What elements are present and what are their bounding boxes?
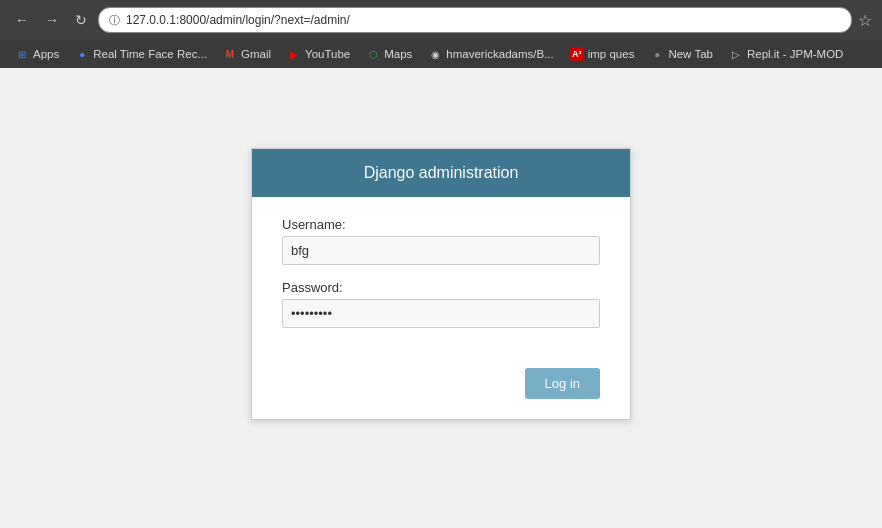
username-label: Username: [282, 217, 600, 232]
bookmark-youtube[interactable]: ▶ YouTube [280, 45, 357, 63]
apps-icon: ⊞ [15, 47, 29, 61]
bookmarks-bar: ⊞ Apps ● Real Time Face Rec... M Gmail ▶… [0, 40, 882, 68]
bookmark-youtube-label: YouTube [305, 48, 350, 60]
gmail-icon: M [223, 47, 237, 61]
a2-icon: A² [570, 47, 584, 61]
bookmark-apps-label: Apps [33, 48, 59, 60]
realtime-icon: ● [75, 47, 89, 61]
newtab-icon: ● [650, 47, 664, 61]
reload-button[interactable]: ↻ [70, 10, 92, 30]
login-box: Django administration Username: Password… [251, 148, 631, 420]
login-footer: Log in [252, 368, 630, 419]
bookmark-maps-label: Maps [384, 48, 412, 60]
replit-icon: ▷ [729, 47, 743, 61]
password-group: Password: [282, 280, 600, 328]
lock-icon: ⓘ [109, 13, 120, 28]
bookmark-impques-label: imp ques [588, 48, 635, 60]
bookmark-gmail[interactable]: M Gmail [216, 45, 278, 63]
address-bar[interactable]: ⓘ 127.0.0.1:8000/admin/login/?next=/admi… [98, 7, 852, 33]
password-label: Password: [282, 280, 600, 295]
login-header: Django administration [252, 149, 630, 197]
maps-icon: ⬡ [366, 47, 380, 61]
bookmark-replit-label: Repl.it - JPM-MOD [747, 48, 843, 60]
login-title: Django administration [364, 164, 519, 181]
bookmark-newtab[interactable]: ● New Tab [643, 45, 720, 63]
back-button[interactable]: ← [10, 10, 34, 30]
bookmark-apps[interactable]: ⊞ Apps [8, 45, 66, 63]
nav-bar: ← → ↻ ⓘ 127.0.0.1:8000/admin/login/?next… [0, 0, 882, 40]
login-body: Username: Password: [252, 197, 630, 368]
github-icon: ◉ [428, 47, 442, 61]
youtube-icon: ▶ [287, 47, 301, 61]
bookmark-maps[interactable]: ⬡ Maps [359, 45, 419, 63]
bookmark-realtime[interactable]: ● Real Time Face Rec... [68, 45, 214, 63]
bookmark-gmail-label: Gmail [241, 48, 271, 60]
login-button[interactable]: Log in [525, 368, 600, 399]
bookmark-newtab-label: New Tab [668, 48, 713, 60]
username-group: Username: [282, 217, 600, 265]
url-text: 127.0.0.1:8000/admin/login/?next=/admin/ [126, 13, 350, 27]
bookmark-replit[interactable]: ▷ Repl.it - JPM-MOD [722, 45, 850, 63]
bookmark-github[interactable]: ◉ hmaverickadams/B... [421, 45, 560, 63]
password-input[interactable] [282, 299, 600, 328]
browser-chrome: ← → ↻ ⓘ 127.0.0.1:8000/admin/login/?next… [0, 0, 882, 68]
forward-button[interactable]: → [40, 10, 64, 30]
bookmark-realtime-label: Real Time Face Rec... [93, 48, 207, 60]
username-input[interactable] [282, 236, 600, 265]
page-content: Django administration Username: Password… [0, 68, 882, 528]
bookmark-star-button[interactable]: ☆ [858, 11, 872, 30]
bookmark-github-label: hmaverickadams/B... [446, 48, 553, 60]
bookmark-impques[interactable]: A² imp ques [563, 45, 642, 63]
